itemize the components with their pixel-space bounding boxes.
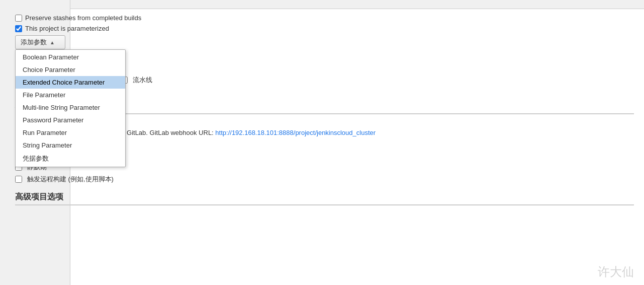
menu-item-credentials-parameter[interactable]: 凭据参数 [16, 152, 125, 166]
remote-build-row: 触发远程构建 (例如,使用脚本) [10, 175, 634, 184]
remote-build-label: 触发远程构建 (例如,使用脚本) [27, 175, 114, 184]
menu-item-file-parameter[interactable]: File Parameter [16, 89, 125, 101]
dropdown-arrow-icon: ▲ [50, 40, 55, 45]
add-param-label: 添加参数 [21, 38, 47, 47]
pipeline-label: 流水线 [133, 76, 152, 85]
preserve-stashes-row: Preserve stashes from completed builds [10, 14, 634, 22]
menu-item-multi-line-string-parameter[interactable]: Multi-line String Parameter [16, 101, 125, 114]
menu-item-password-parameter[interactable]: Password Parameter [16, 114, 125, 126]
add-param-dropdown-container: 添加参数 ▲ Boolean Parameter Choice Paramete… [15, 35, 65, 49]
preserve-stashes-checkbox[interactable] [15, 15, 22, 22]
menu-item-string-parameter[interactable]: String Parameter [16, 139, 125, 152]
watermark: 许大仙 [598, 264, 634, 280]
parameterized-label: This project is parameterized [25, 25, 109, 32]
add-param-button[interactable]: 添加参数 ▲ [15, 35, 65, 49]
parameterized-row: This project is parameterized [10, 25, 634, 32]
gitlab-webhook-url[interactable]: http://192.168.18.101:8888/project/jenki… [215, 129, 376, 136]
menu-item-extended-choice-parameter[interactable]: Extended Choice Parameter [16, 76, 125, 89]
menu-item-boolean-parameter[interactable]: Boolean Parameter [16, 51, 125, 63]
menu-item-run-parameter[interactable]: Run Parameter [16, 126, 125, 139]
page-container: Preserve stashes from completed builds T… [0, 0, 644, 285]
advanced-options-heading: 高级项目选项 [15, 192, 634, 205]
menu-item-choice-parameter[interactable]: Choice Parameter [16, 63, 125, 76]
advanced-options-heading-text: 高级项目选项 [15, 192, 63, 201]
preserve-stashes-label: Preserve stashes from completed builds [25, 14, 141, 22]
top-border [0, 0, 644, 9]
parameterized-checkbox[interactable] [15, 25, 22, 32]
dropdown-menu: Boolean Parameter Choice Parameter Exten… [15, 49, 126, 167]
remote-build-checkbox[interactable] [15, 176, 22, 183]
